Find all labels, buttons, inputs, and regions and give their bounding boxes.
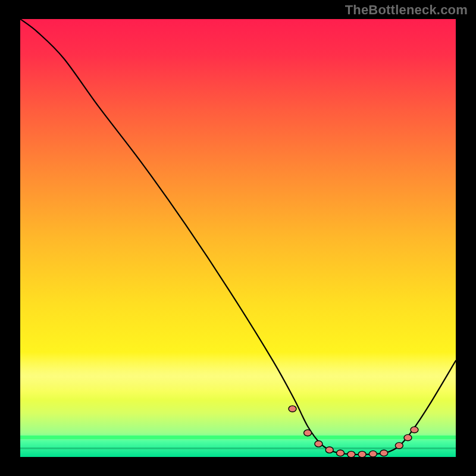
data-dot — [325, 447, 333, 453]
data-dot — [380, 450, 388, 456]
data-dot — [337, 450, 345, 456]
data-dot — [347, 451, 355, 457]
data-dot — [315, 441, 322, 447]
data-dot — [289, 406, 296, 412]
data-dot — [369, 451, 377, 457]
data-dot — [404, 434, 412, 440]
data-dot — [411, 427, 418, 433]
data-dot — [395, 443, 403, 449]
plot-area — [20, 19, 456, 457]
data-dot — [304, 430, 312, 436]
data-dots — [20, 19, 456, 457]
watermark-text: TheBottleneck.com — [345, 2, 468, 18]
data-dot — [358, 451, 366, 457]
